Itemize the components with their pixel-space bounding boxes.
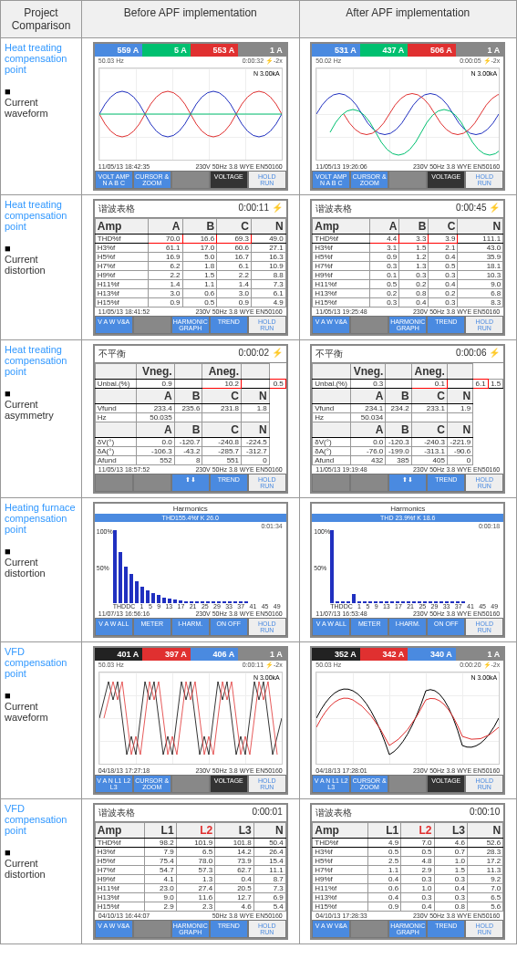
col-header-project: Project Comparison (1, 1, 82, 38)
up-down-icon[interactable]: ⬆⬇ (171, 474, 210, 492)
col-header-before: Before APF implementation (82, 1, 300, 38)
col-header-after: After APF implementation (299, 1, 517, 38)
harmonic-table: AmpABCNTHD%f70.016.669.349.0H3%f61.117.0… (95, 218, 286, 308)
spectrum-panel: Harmonics THD155.4%f K 26.0 0:01:34 100%… (93, 502, 288, 638)
cursor-zoom-button[interactable]: CURSOR & ZOOM (133, 171, 171, 189)
volt-amp-button[interactable]: VOLT AMP N A B C (95, 171, 133, 189)
scope-panel: 401 A 397 A 406 A 1 A 50.03 Hz0:00:11 ⚡-… (93, 646, 288, 795)
harmonic-panel: 谐波表格0:00:10 AmpL1L2L3NTHD%f4.97.04.652.6… (310, 803, 505, 940)
seg-c: 553 A (191, 44, 239, 57)
scope-panel: 559 A 5 A 553 A 1 A 50.03 Hz0:00:32 ⚡-2x… (93, 42, 288, 191)
table-row: VFD compensation point Current waveform … (1, 642, 517, 799)
seg-b: 5 A (142, 44, 191, 57)
config: 230V 50Hz 3.8 WYE EN50160 (195, 163, 282, 170)
freq: 50.03 Hz (98, 57, 124, 65)
harmonic-table: AmpL1L2L3NTHD%f4.97.04.652.6H3%f0.50.50.… (312, 822, 503, 912)
row1-head: Heat treating compensation point Current… (1, 38, 82, 195)
r1-item: Current waveform (5, 97, 78, 119)
harmonic-table: AmpL1L2L3NTHD%f98.2101.9101.850.4H3%f7.9… (95, 822, 286, 912)
waveform-plot: N 3.00kA (315, 68, 500, 161)
table-row: VFD compensation point Current distortio… (1, 799, 517, 944)
seg-a: 559 A (95, 44, 143, 57)
harmonic-table: AmpABCNTHD%f4.43.33.9111.1H3%f3.11.52.14… (312, 218, 503, 308)
seg-n: 1 A (238, 44, 286, 57)
waveform-plot: N 3.00kA (98, 68, 283, 161)
scale-label: N 3.00kA (253, 70, 280, 77)
harmonic-panel: 谐波表格0:00:45 ⚡ AmpABCNTHD%f4.43.33.9111.1… (310, 199, 505, 336)
table-row: Heat treating compensation point Current… (1, 340, 517, 498)
unbalance-panel: 不平衡0:00:02 ⚡ Vneg.Aneg.Unbal.(%)0.910.20… (93, 344, 288, 494)
table-row: Heating furnace compensation point Curre… (1, 498, 517, 642)
timestamp: 11/05/13 18:42:35 (98, 163, 150, 170)
scope-panel: 352 A 342 A 340 A 1 A 50.03 Hz0:00:20 ⚡-… (310, 646, 505, 795)
harmonic-panel: 谐波表格0:00:01 AmpL1L2L3NTHD%f98.2101.9101.… (93, 803, 288, 940)
bar-chart: 100%50% (312, 530, 503, 603)
hold-run-button[interactable]: HOLDRUN (248, 171, 286, 189)
bar-chart: 100%50% (95, 530, 286, 603)
comparison-table: Project Comparison Before APF implementa… (0, 0, 517, 944)
heat-treating-link[interactable]: Heat treating compensation point (5, 42, 67, 75)
spectrum-panel: Harmonics THD 23.9%f K 18.6 0:00:18 100%… (310, 502, 505, 638)
scope-panel: 531 A 437 A 506 A 1 A 50.02 Hz0:00:05 ⚡-… (310, 42, 505, 191)
spacer (171, 171, 210, 189)
table-row: Heat treating compensation point Current… (1, 195, 517, 340)
harmonic-panel: 谐波表格0:00:11 ⚡ AmpABCNTHD%f70.016.669.349… (93, 199, 288, 336)
table-row: Heat treating compensation point Current… (1, 38, 517, 195)
voltage-button[interactable]: VOLTAGE (210, 171, 248, 189)
elapsed: 0:00:32 ⚡-2x (243, 57, 283, 65)
unbalance-panel: 不平衡0:00:06 ⚡ Vneg.Aneg.Unbal.(%)0.30.16.… (310, 344, 505, 494)
